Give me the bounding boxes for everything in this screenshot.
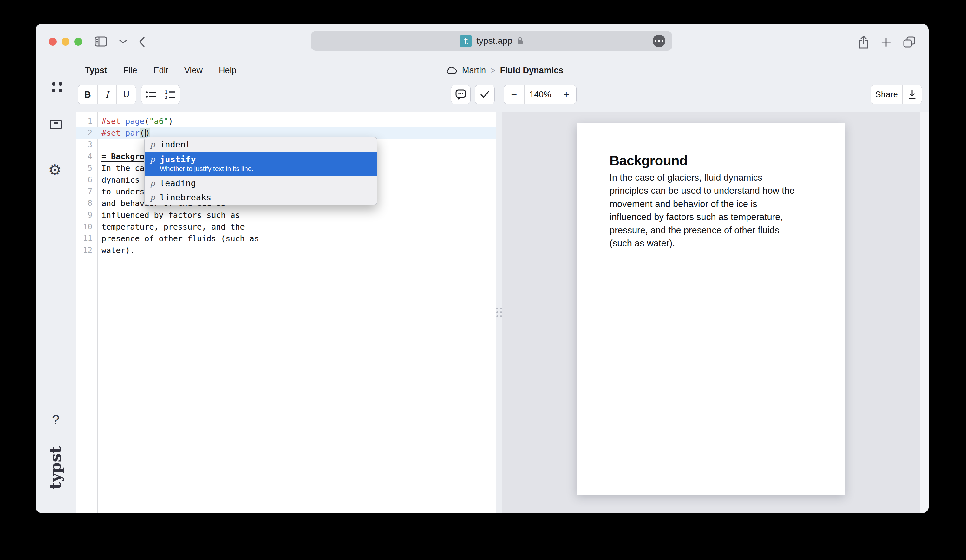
list-style-group: 1 2 (141, 85, 180, 104)
autocomplete-item-justify[interactable]: pjustifyWhether to justify text in its l… (145, 151, 377, 176)
files-panel-icon[interactable] (50, 120, 61, 130)
param-type-icon: p (148, 140, 157, 149)
rendered-page: Background In the case of glaciers, flui… (577, 123, 845, 495)
code-text: temperature, pressure, and the (97, 221, 245, 233)
param-type-icon: p (148, 155, 157, 164)
zoom-in-button[interactable]: + (556, 85, 576, 104)
share-group: Share (871, 85, 922, 104)
menu-item-view[interactable]: View (184, 66, 203, 76)
line-number: 6 (76, 174, 97, 186)
bullet-list-icon (146, 90, 156, 99)
comments-button[interactable] (451, 85, 471, 104)
back-button-icon[interactable] (138, 36, 145, 47)
preview-pane: Background In the case of glaciers, flui… (502, 112, 928, 513)
code-line-11[interactable]: 11presence of other fluids (such as (76, 233, 496, 245)
breadcrumb-document-title: Fluid Dynamics (500, 66, 564, 76)
menu-item-help[interactable]: Help (219, 66, 237, 76)
breadcrumb: Martin > Fluid Dynamics (446, 61, 563, 80)
download-icon (907, 89, 917, 100)
line-number: 11 (76, 233, 97, 245)
browser-actions (858, 35, 916, 49)
text-style-group: B I U (78, 85, 136, 104)
code-text: #set par() (97, 127, 150, 139)
left-rail: ⚙ ? typst (36, 112, 76, 513)
minimize-window-button[interactable] (61, 38, 69, 46)
chevron-down-icon[interactable] (119, 39, 127, 44)
line-number: 4 (76, 151, 97, 163)
tab-overview-icon[interactable] (903, 36, 916, 48)
autocomplete-item-linebreaks[interactable]: plinebreaks (145, 190, 377, 205)
code-line-12[interactable]: 12water). (76, 245, 496, 256)
page-paragraph: In the case of glaciers, fluid dynamicsp… (610, 171, 812, 250)
page-text-line: principles can be used to understand how… (610, 184, 812, 197)
code-line-1[interactable]: 1#set page("a6") (76, 115, 496, 127)
zoom-control-group: − 140% + (504, 85, 577, 104)
code-line-10[interactable]: 10temperature, pressure, and the (76, 221, 496, 233)
zoom-window-button[interactable] (74, 38, 82, 46)
new-tab-icon[interactable] (881, 36, 892, 48)
breadcrumb-separator: > (491, 66, 495, 75)
typst-logo: typst (46, 458, 65, 489)
code-text (97, 139, 102, 151)
help-icon[interactable]: ? (52, 412, 59, 427)
param-type-icon: p (148, 179, 157, 188)
page-text-line: influenced by factors such as temperatur… (610, 210, 812, 223)
download-button[interactable] (902, 85, 922, 104)
param-description: Whether to justify text in its line. (160, 165, 377, 172)
svg-text:1: 1 (165, 90, 168, 95)
drag-handle-icon[interactable] (496, 307, 502, 317)
menu-item-edit[interactable]: Edit (153, 66, 168, 76)
param-name: leading (160, 178, 196, 188)
bold-button[interactable]: B (78, 85, 97, 104)
close-window-button[interactable] (49, 38, 57, 46)
screen-background: t typst.app TypstFileEditViewHelp (0, 0, 966, 560)
code-text: influenced by factors such as (97, 209, 240, 221)
param-name: linebreaks (160, 192, 212, 202)
param-name: indent (160, 140, 191, 149)
line-number: 9 (76, 209, 97, 221)
autocomplete-item-leading[interactable]: pleading (145, 176, 377, 190)
page-settings-icon[interactable] (653, 34, 665, 47)
browser-window: t typst.app TypstFileEditViewHelp (36, 24, 928, 513)
window-controls (49, 38, 82, 46)
toolbar-separator (113, 38, 114, 46)
pane-resize-divider[interactable] (496, 112, 502, 513)
share-page-icon[interactable] (858, 35, 869, 49)
spellcheck-done-button[interactable] (475, 85, 495, 104)
line-number: 8 (76, 197, 97, 209)
page-text-line: pressure, and the presence of other flui… (610, 224, 812, 237)
page-text-line: (such as water). (610, 237, 812, 250)
preview-scrollbar[interactable] (920, 112, 928, 513)
underline-button[interactable]: U (117, 85, 136, 104)
line-number: 12 (76, 245, 97, 256)
numbered-list-icon: 1 2 (165, 90, 176, 99)
cloud-icon (446, 66, 457, 75)
menu-item-typst[interactable]: Typst (85, 66, 107, 76)
italic-button[interactable]: I (97, 85, 117, 104)
zoom-level[interactable]: 140% (524, 85, 556, 104)
address-bar[interactable]: t typst.app (311, 31, 672, 51)
lock-icon (517, 36, 524, 45)
sidebar-toggle-icon[interactable] (95, 36, 107, 47)
svg-text:2: 2 (165, 95, 168, 99)
page-text-line: In the case of glaciers, fluid dynamics (610, 171, 812, 184)
page-text-line: movement and behavior of the ice is (610, 197, 812, 210)
line-number: 7 (76, 186, 97, 197)
autocomplete-dropdown: pindentpjustifyWhether to justify text i… (144, 137, 378, 205)
numbered-list-button[interactable]: 1 2 (161, 85, 180, 104)
checkmark-icon (480, 90, 490, 99)
site-favicon: t (460, 34, 472, 47)
menu-item-file[interactable]: File (123, 66, 137, 76)
line-number: 10 (76, 221, 97, 233)
bullet-list-button[interactable] (141, 85, 161, 104)
gear-icon[interactable]: ⚙ (48, 161, 61, 179)
line-number: 1 (76, 115, 97, 127)
autocomplete-item-indent[interactable]: pindent (145, 137, 377, 151)
url-host: typst.app (476, 36, 513, 46)
code-text: presence of other fluids (such as (97, 233, 259, 245)
share-button[interactable]: Share (871, 85, 902, 104)
app-grid-icon[interactable] (52, 82, 62, 92)
code-line-9[interactable]: 9influenced by factors such as (76, 209, 496, 221)
breadcrumb-project[interactable]: Martin (462, 66, 486, 76)
zoom-out-button[interactable]: − (504, 85, 524, 104)
